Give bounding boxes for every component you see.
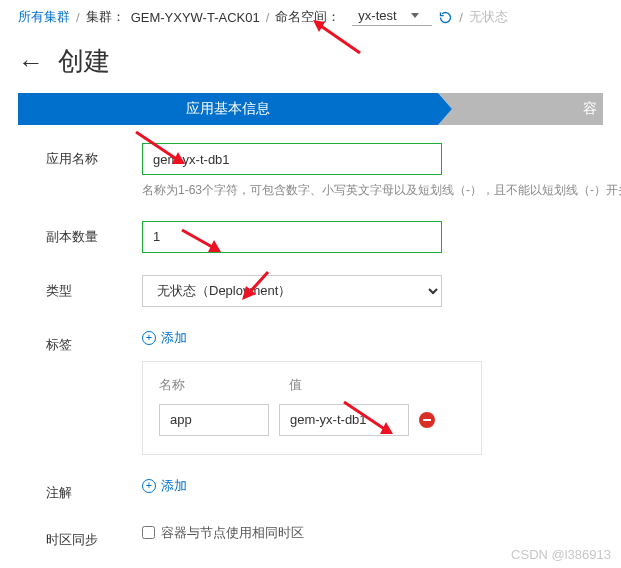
title-row: ← 创建 xyxy=(0,34,621,93)
stepper: 应用基本信息 容 xyxy=(18,93,603,125)
tag-value-header: 值 xyxy=(289,376,302,394)
row-app-name: 应用名称 名称为1-63个字符，可包含数字、小写英文字母以及短划线（-），且不能… xyxy=(46,143,591,199)
label-timezone: 时区同步 xyxy=(46,524,142,549)
row-timezone: 时区同步 容器与节点使用相同时区 xyxy=(46,524,591,549)
timezone-checkbox[interactable] xyxy=(142,526,155,539)
page-title: 创建 xyxy=(58,44,110,79)
tag-head: 名称 值 xyxy=(159,376,465,394)
step-basic-info[interactable]: 应用基本信息 xyxy=(18,93,438,125)
label-annotations: 注解 xyxy=(46,477,142,502)
namespace-select[interactable]: yx-test xyxy=(352,8,432,26)
replicas-input[interactable] xyxy=(142,221,442,253)
tag-value-input[interactable] xyxy=(279,404,409,436)
type-select[interactable]: 无状态（Deployment） xyxy=(142,275,442,307)
label-type: 类型 xyxy=(46,275,142,300)
plus-circle-icon: + xyxy=(142,331,156,345)
namespace-value: yx-test xyxy=(358,8,396,23)
breadcrumb-cluster-label: 集群： xyxy=(86,8,125,26)
breadcrumb-sep: / xyxy=(459,10,463,25)
plus-circle-icon: + xyxy=(142,479,156,493)
breadcrumb-cluster-name: GEM-YXYW-T-ACK01 xyxy=(131,10,260,25)
form: 应用名称 名称为1-63个字符，可包含数字、小写英文字母以及短划线（-），且不能… xyxy=(0,143,621,549)
row-type: 类型 无状态（Deployment） xyxy=(46,275,591,307)
breadcrumb-all-clusters[interactable]: 所有集群 xyxy=(18,8,70,26)
remove-tag-icon[interactable] xyxy=(419,412,435,428)
step-label: 容 xyxy=(583,100,597,118)
add-text: 添加 xyxy=(161,329,187,347)
add-text: 添加 xyxy=(161,477,187,495)
row-replicas: 副本数量 xyxy=(46,221,591,253)
breadcrumb-namespace-label: 命名空间： xyxy=(275,8,340,26)
row-annotations: 注解 + 添加 xyxy=(46,477,591,502)
app-name-hint: 名称为1-63个字符，可包含数字、小写英文字母以及短划线（-），且不能以短划线（… xyxy=(142,183,621,199)
breadcrumb-sep: / xyxy=(76,10,80,25)
breadcrumb: 所有集群 / 集群： GEM-YXYW-T-ACK01 / 命名空间： yx-t… xyxy=(0,0,621,34)
tag-name-header: 名称 xyxy=(159,376,289,394)
watermark: CSDN @l386913 xyxy=(511,547,611,562)
label-tags: 标签 xyxy=(46,329,142,354)
tag-box: 名称 值 xyxy=(142,361,482,455)
label-app-name: 应用名称 xyxy=(46,143,142,168)
step-container[interactable]: 容 xyxy=(438,93,603,125)
chevron-down-icon xyxy=(411,13,419,18)
refresh-icon[interactable] xyxy=(438,10,453,25)
row-tags: 标签 + 添加 名称 值 xyxy=(46,329,591,455)
add-tag-button[interactable]: + 添加 xyxy=(142,329,187,347)
step-label: 应用基本信息 xyxy=(186,100,270,118)
label-replicas: 副本数量 xyxy=(46,221,142,246)
tag-row xyxy=(159,404,465,436)
add-annotation-button[interactable]: + 添加 xyxy=(142,477,187,495)
back-arrow-icon[interactable]: ← xyxy=(18,49,44,75)
app-name-input[interactable] xyxy=(142,143,442,175)
timezone-checkbox-label: 容器与节点使用相同时区 xyxy=(161,524,304,542)
breadcrumb-sep: / xyxy=(266,10,270,25)
tag-name-input[interactable] xyxy=(159,404,269,436)
breadcrumb-status: 无状态 xyxy=(469,8,508,26)
